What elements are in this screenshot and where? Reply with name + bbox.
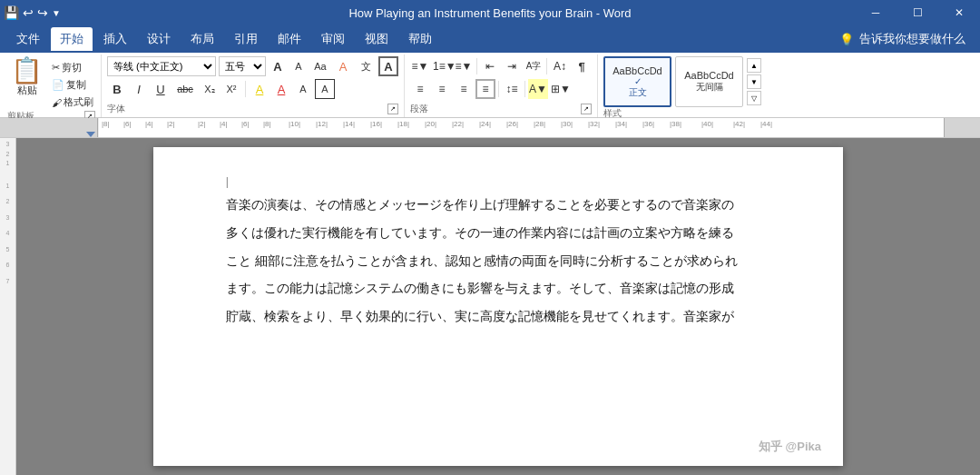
menu-review[interactable]: 审阅	[312, 27, 354, 51]
watermark: 知乎 @Pika	[759, 439, 821, 455]
align-center-button[interactable]: ≡	[432, 79, 452, 99]
font-row1: 等线 (中文正文) 五号 A A Aa A 文 A	[107, 56, 398, 76]
styles-scroll[interactable]: ▲ ▼ ▽	[747, 56, 761, 107]
ribbon: 📋 粘贴 ✂ 剪切 📄 复制 🖌 格式刷 剪贴板 ↗	[0, 53, 980, 118]
dropdown-icon[interactable]: ▼	[52, 8, 61, 18]
paragraph-4: 貯蔵、検索をより、早く効果的に行い、実に高度な記憶機能を見せてくれます。音楽家が	[226, 302, 770, 331]
font-size-select[interactable]: 五号	[219, 56, 266, 76]
bold-button[interactable]: B	[107, 79, 127, 99]
ruler-left-margin	[0, 118, 98, 137]
paragraph-0: 音楽の演奏は、その情感とメッセージを作り上げ理解することを必要とするので音楽家の	[226, 191, 770, 219]
menu-insert[interactable]: 插入	[94, 27, 136, 51]
styles-down-button[interactable]: ▼	[747, 74, 761, 89]
multilevel-list-button[interactable]: ≡▼	[454, 56, 474, 76]
paste-button[interactable]: 📋 粘贴	[7, 56, 46, 99]
subscript-button[interactable]: X₂	[200, 79, 220, 99]
style-normal-check: ✓	[634, 76, 642, 86]
char-border-button[interactable]: A	[315, 79, 335, 99]
chinese-phonetic-button[interactable]: 文	[356, 56, 376, 76]
undo-icon[interactable]: ↩	[23, 5, 34, 20]
menu-view[interactable]: 视图	[356, 27, 397, 51]
window-controls: ─ ☐ ✕	[855, 0, 980, 25]
paste-label: 粘贴	[17, 84, 37, 97]
justify-button[interactable]: ≡	[475, 79, 495, 99]
para-row2: ≡ ≡ ≡ ≡ ↕≡ A▼ ⊞▼	[410, 79, 592, 99]
chinese-layout-button[interactable]: A字	[524, 56, 544, 76]
document-area: 3 2 1 1 2 3 4 5 6 7 | 音楽の演奏は、その情感とメッセージを…	[0, 138, 980, 475]
ruler: // Generated in CSS instead |8| |6| |4| …	[0, 118, 980, 138]
font-name-select[interactable]: 等线 (中文正文)	[107, 56, 216, 76]
italic-button[interactable]: I	[129, 79, 149, 99]
menu-layout[interactable]: 布局	[181, 27, 223, 51]
format-painter-button[interactable]: 🖌 格式刷	[50, 94, 95, 110]
line-spacing-button[interactable]: ↕≡	[502, 79, 522, 99]
indent-marker[interactable]	[86, 132, 95, 137]
bullets-button[interactable]: ≡▼	[410, 56, 430, 76]
styles-expand-button[interactable]: ▽	[747, 91, 761, 105]
clear-format-button[interactable]: Aa	[310, 56, 330, 76]
menu-home[interactable]: 开始	[51, 27, 93, 51]
shading-button[interactable]: A▼	[528, 79, 548, 99]
font-grow-button[interactable]: A	[269, 56, 287, 76]
style-normal[interactable]: AaBbCcDd ✓ 正文	[603, 56, 671, 107]
para-row1: ≡▼ 1≡▼ ≡▼ ⇤ ⇥ A字 A↕ ¶	[410, 56, 592, 76]
borders-button[interactable]: ⊞▼	[550, 79, 570, 99]
strikethrough-button[interactable]: abc	[172, 79, 198, 99]
doc-scroll-area[interactable]: | 音楽の演奏は、その情感とメッセージを作り上げ理解することを必要とするので音楽…	[16, 138, 980, 475]
title-bar: 💾 ↩ ↪ ▼ How Playing an Instrument Benefi…	[0, 0, 980, 25]
maximize-button[interactable]: ☐	[897, 0, 938, 25]
style-normal-label: 正文	[629, 86, 647, 99]
save-icon[interactable]: 💾	[4, 5, 19, 20]
menu-file[interactable]: 文件	[7, 27, 49, 51]
menu-help[interactable]: 帮助	[399, 27, 441, 51]
redo-icon[interactable]: ↪	[37, 5, 48, 20]
style-nospace[interactable]: AaBbCcDd 无间隔	[675, 56, 743, 107]
font-expand-icon[interactable]: ↗	[387, 104, 398, 114]
text-effect-button[interactable]: A	[333, 56, 353, 76]
cursor-position: |	[226, 173, 770, 187]
style-nospace-label: 无间隔	[696, 81, 723, 94]
font-section-label: 字体	[107, 103, 125, 115]
format-painter-icon: 🖌	[52, 97, 62, 108]
paragraph-section: ≡▼ 1≡▼ ≡▼ ⇤ ⇥ A字 A↕ ¶ ≡ ≡ ≡ ≡ ↕≡ A▼ ⊞▼	[405, 54, 598, 117]
scissors-icon: ✂	[52, 62, 60, 74]
copy-button[interactable]: 📄 复制	[50, 77, 95, 93]
numbering-button[interactable]: 1≡▼	[432, 56, 452, 76]
minimize-button[interactable]: ─	[855, 0, 897, 25]
menu-design[interactable]: 设计	[138, 27, 180, 51]
increase-indent-button[interactable]: ⇥	[502, 56, 522, 76]
char-shading-button[interactable]: A	[293, 79, 313, 99]
sort-button[interactable]: A↕	[550, 56, 570, 76]
copy-icon: 📄	[52, 79, 64, 91]
paste-icon: 📋	[11, 58, 43, 84]
para-expand-icon[interactable]: ↗	[581, 104, 592, 114]
show-formatting-button[interactable]: ¶	[572, 56, 592, 76]
align-right-button[interactable]: ≡	[454, 79, 474, 99]
window-title: How Playing an Instrument Benefits your …	[348, 6, 631, 20]
styles-section: AaBbCcDd ✓ 正文 AaBbCcDd 无间隔 ▲ ▼ ▽ 样式	[598, 54, 976, 117]
styles-up-button[interactable]: ▲	[747, 58, 761, 73]
menu-references[interactable]: 引用	[225, 27, 267, 51]
text-box-button[interactable]: A	[378, 56, 398, 76]
menu-search[interactable]: 💡 告诉我你想要做什么	[839, 31, 965, 47]
decrease-indent-button[interactable]: ⇤	[480, 56, 500, 76]
menu-mailings[interactable]: 邮件	[269, 27, 310, 51]
style-nospace-preview: AaBbCcDd	[684, 70, 733, 81]
style-normal-preview: AaBbCcDd	[612, 65, 662, 76]
paragraph-3: ます。この能力は記憶システムの働きにも影響を与えます。そして、音楽家は記憶の形成	[226, 274, 770, 302]
superscript-button[interactable]: X²	[221, 79, 241, 99]
underline-button[interactable]: U	[151, 79, 171, 99]
align-left-button[interactable]: ≡	[410, 79, 430, 99]
clipboard-section: 📋 粘贴 ✂ 剪切 📄 复制 🖌 格式刷 剪贴板 ↗	[4, 54, 102, 117]
cut-button[interactable]: ✂ 剪切	[50, 60, 95, 75]
font-section: 等线 (中文正文) 五号 A A Aa A 文 A B I U abc X₂ X…	[102, 54, 405, 117]
close-button[interactable]: ✕	[938, 0, 980, 25]
font-shrink-button[interactable]: A	[289, 56, 308, 76]
search-label: 告诉我你想要做什么	[859, 31, 965, 47]
highlight-color-button[interactable]: A	[250, 79, 270, 99]
vertical-ruler: 3 2 1 1 2 3 4 5 6 7	[0, 138, 16, 475]
para-section-label: 段落	[410, 103, 428, 115]
search-icon: 💡	[839, 33, 854, 46]
font-color-button[interactable]: A	[271, 79, 291, 99]
font-row2: B I U abc X₂ X² A A A A	[107, 79, 398, 99]
